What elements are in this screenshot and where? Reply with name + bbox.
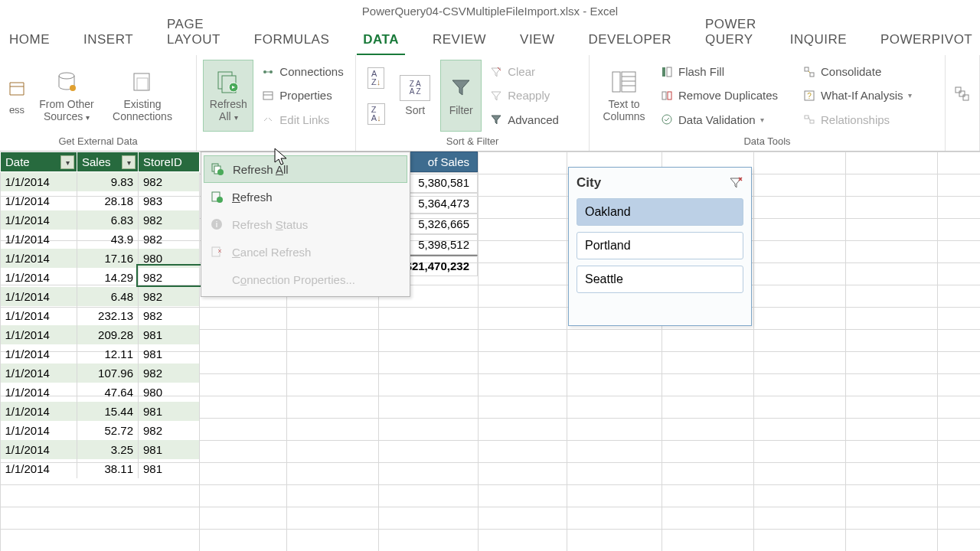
cell-sales[interactable]: 47.64 [77,383,139,402]
table-row[interactable]: 1/1/20143.25981 [1,440,200,459]
cell-storeid[interactable]: 982 [139,172,200,192]
cell-sales[interactable]: 6.83 [77,210,139,230]
cell-storeid[interactable]: 980 [139,383,200,402]
cell-sales[interactable]: 43.9 [77,230,139,249]
tab-page-layout[interactable]: PAGE LAYOUT [161,11,227,55]
table-row[interactable]: 1/1/201443.9982 [1,230,200,249]
slicer-item-portland[interactable]: Portland [577,232,743,259]
clear-button[interactable]: Clear [486,60,562,83]
filter-dropdown-icon[interactable]: ▾ [60,155,74,169]
tab-powerpivot[interactable]: POWERPIVOT [874,26,978,55]
table-row[interactable]: 1/1/20146.83982 [1,210,200,230]
text-to-columns-button[interactable]: Text to Columns [596,60,652,132]
cell-sales[interactable]: 107.96 [77,364,139,383]
cell-storeid[interactable]: 981 [139,402,200,421]
cell-date[interactable]: 1/1/2014 [1,383,77,402]
cell-sales[interactable]: 12.11 [77,344,139,364]
tab-home[interactable]: HOME [3,26,56,55]
table-row[interactable]: 1/1/2014209.28981 [1,325,200,344]
cell-sales[interactable]: 14.29 [77,268,139,287]
cell-date[interactable]: 1/1/2014 [1,421,77,440]
table-row[interactable]: 1/1/201417.16980 [1,249,200,268]
tab-view[interactable]: VIEW [514,26,560,55]
advanced-button[interactable]: Advanced [486,108,562,131]
sort-az-button[interactable]: AZ↓ [368,67,384,89]
cell-date[interactable]: 1/1/2014 [1,364,77,383]
refresh-all-button[interactable]: Refresh All ▾ [203,60,253,132]
table-row[interactable]: 1/1/201447.64980 [1,383,200,402]
cell-storeid[interactable]: 983 [139,191,200,210]
cell-storeid[interactable]: 981 [139,459,200,478]
slicer-item-seattle[interactable]: Seattle [577,266,743,293]
cell-date[interactable]: 1/1/2014 [1,325,77,344]
cell-storeid[interactable]: 982 [139,287,200,306]
cell-storeid[interactable]: 981 [139,325,200,344]
cell-sales[interactable]: 38.11 [77,459,139,478]
tab-developer[interactable]: DEVELOPER [583,26,678,55]
cell-date[interactable]: 1/1/2014 [1,402,77,421]
consolidate-button[interactable]: Consolidate [799,60,937,83]
menu-refresh[interactable]: Refresh [201,183,410,210]
cell-sales[interactable]: 52.72 [77,421,139,440]
cell-storeid[interactable]: 980 [139,249,200,268]
sort-za-button[interactable]: ZA↓ [368,103,385,125]
edit-links-button[interactable]: Edit Links [258,108,346,131]
flash-fill-button[interactable]: Flash Fill [657,60,795,83]
cell-storeid[interactable]: 982 [139,421,200,440]
tab-data[interactable]: DATA [357,26,405,55]
col-sales[interactable]: Sales▾ [77,152,139,172]
table-row[interactable]: 1/1/2014232.13982 [1,306,200,325]
table-row[interactable]: 1/1/201414.29982 [1,268,200,287]
filter-button[interactable]: Filter [440,60,482,132]
data-validation-button[interactable]: Data Validation ▾ [657,108,795,131]
cell-date[interactable]: 1/1/2014 [1,230,77,249]
table-row[interactable]: 1/1/2014107.96982 [1,364,200,383]
table-body[interactable]: 1/1/20149.839821/1/201428.189831/1/20146… [1,172,200,479]
cell-date[interactable]: 1/1/2014 [1,210,77,230]
cell-storeid[interactable]: 981 [139,440,200,459]
slicer-clear-button[interactable] [728,175,743,191]
cell-date[interactable]: 1/1/2014 [1,440,77,459]
worksheet[interactable]: Date▾ Sales▾ StoreID 1/1/20149.839821/1/… [0,152,980,551]
tab-insert[interactable]: INSERT [77,26,139,55]
table-row[interactable]: 1/1/201415.44981 [1,402,200,421]
relationships-button[interactable]: Relationships [799,108,937,131]
sort-button[interactable]: Z AA Z Sort [394,60,436,132]
cell-storeid[interactable]: 982 [139,364,200,383]
table-row[interactable]: 1/1/201452.72982 [1,421,200,440]
cell-date[interactable]: 1/1/2014 [1,172,77,192]
from-other-sources-button[interactable]: From Other Sources ▾ [32,60,101,132]
tab-formulas[interactable]: FORMULAS [248,26,335,55]
properties-button[interactable]: Properties [258,84,346,107]
remove-duplicates-button[interactable]: Remove Duplicates [657,84,795,107]
tab-power-query[interactable]: POWER QUERY [699,11,763,55]
cell-storeid[interactable]: 982 [139,230,200,249]
connections-button[interactable]: Connections [258,60,346,83]
tab-inquire[interactable]: INQUIRE [784,26,853,55]
cell-sales[interactable]: 209.28 [77,325,139,344]
table-row[interactable]: 1/1/201412.11981 [1,344,200,364]
table-row[interactable]: 1/1/20149.83982 [1,172,200,192]
slicer-item-oakland[interactable]: Oakland [577,198,743,226]
cell-storeid[interactable]: 982 [139,210,200,230]
cell-date[interactable]: 1/1/2014 [1,191,77,210]
cell-date[interactable]: 1/1/2014 [1,268,77,287]
city-slicer[interactable]: City Oakland Portland Seattle [568,167,752,326]
cell-storeid[interactable]: 982 [139,306,200,325]
cell-sales[interactable]: 9.83 [77,172,139,192]
cell-storeid[interactable]: 981 [139,344,200,364]
tab-review[interactable]: REVIEW [426,26,492,55]
from-access-button[interactable]: ess [6,60,28,132]
group-button[interactable] [952,60,973,132]
col-storeid[interactable]: StoreID [139,152,200,172]
cell-date[interactable]: 1/1/2014 [1,249,77,268]
cell-date[interactable]: 1/1/2014 [1,287,77,306]
cell-sales[interactable]: 28.18 [77,191,139,210]
reapply-button[interactable]: Reapply [486,84,562,107]
cell-date[interactable]: 1/1/2014 [1,459,77,478]
cell-sales[interactable]: 17.16 [77,249,139,268]
what-if-button[interactable]: ? What-If Analysis ▾ [799,84,937,107]
table-row[interactable]: 1/1/20146.48982 [1,287,200,306]
table-row[interactable]: 1/1/201438.11981 [1,459,200,478]
cell-date[interactable]: 1/1/2014 [1,344,77,364]
